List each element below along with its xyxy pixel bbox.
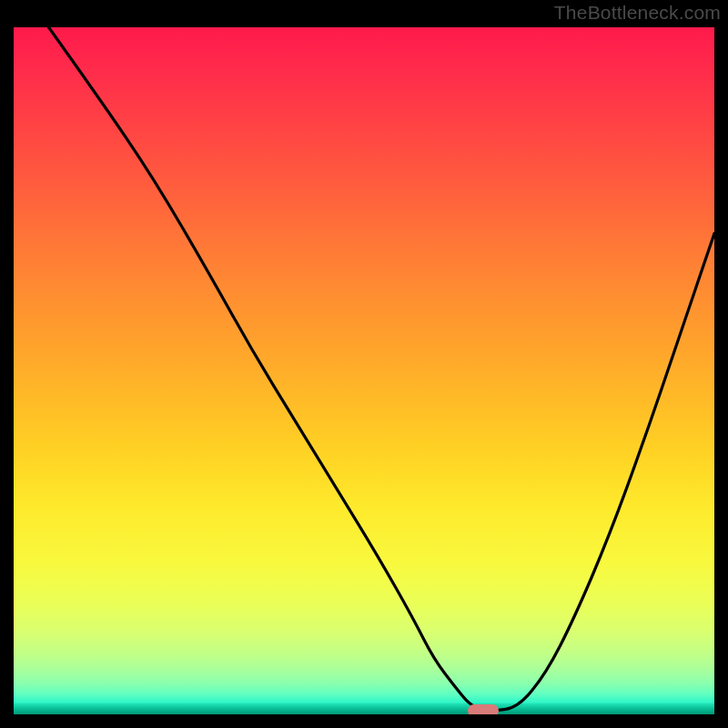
watermark-text: TheBottleneck.com bbox=[554, 2, 721, 24]
bottleneck-curve bbox=[49, 27, 715, 711]
curve-svg bbox=[14, 27, 714, 714]
chart-frame: TheBottleneck.com bbox=[0, 0, 728, 728]
optimal-point-marker bbox=[468, 704, 499, 714]
plot-area bbox=[14, 27, 714, 714]
